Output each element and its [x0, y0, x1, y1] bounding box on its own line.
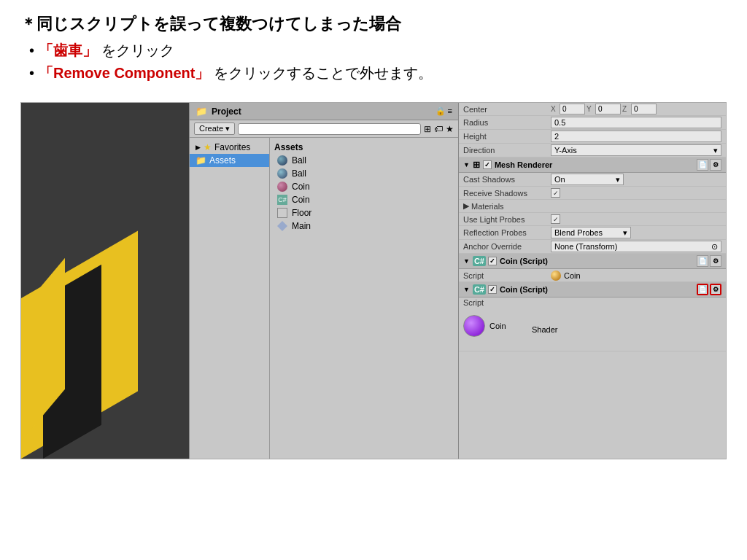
project-title: Project [212, 106, 241, 117]
scene-view [21, 103, 189, 459]
coin2-page-icon[interactable]: 📄 [697, 284, 708, 295]
coin-script1-header[interactable]: ▼ C# ✓ Coin (Script) 📄 ⚙ [459, 254, 726, 269]
floor-item[interactable]: Floor [270, 206, 458, 219]
mesh-renderer-label: Mesh Renderer [495, 160, 552, 169]
project-left: ▶ ★ Favorites 📁 Assets [190, 138, 270, 459]
direction-dropdown[interactable]: Y-Axis ▾ [551, 144, 721, 156]
xyz-row: X Y Z [551, 104, 657, 114]
favorites-item[interactable]: ▶ ★ Favorites [190, 141, 269, 154]
ball-item-2[interactable]: Ball [270, 167, 458, 180]
anchor-override-row: Anchor Override None (Transform) ⊙ [459, 240, 726, 254]
project-panel: 📁 Project 🔒 ≡ Create ▾ ⊞ 🏷 ★ ▶ ★ Favorit… [189, 103, 459, 459]
ball-item-1[interactable]: Ball [270, 154, 458, 167]
coin2-icon: C# [473, 284, 486, 295]
z-field[interactable] [631, 104, 657, 114]
coin-name-in-script: Coin [489, 322, 506, 330]
folder-icon: 📁 [196, 106, 207, 117]
coin1-checkbox[interactable]: ✓ [488, 257, 497, 265]
height-field[interactable] [551, 131, 721, 142]
mesh-page-icon[interactable]: 📄 [697, 159, 708, 171]
coin-item-2[interactable]: C# Coin [270, 193, 458, 206]
bullet-line-1: 「歯車」 をクリック [29, 41, 727, 61]
coin-script-ref-icon [551, 271, 561, 281]
direction-value: Y-Axis ▾ [551, 144, 721, 156]
center-row: Center X Y Z [459, 103, 726, 116]
cast-shadows-dropdown[interactable]: On ▾ [551, 174, 624, 185]
mesh-arrow: ▼ [463, 161, 470, 168]
coin-script-icon: C# [277, 195, 287, 205]
project-header: 📁 Project 🔒 ≡ [190, 103, 458, 120]
receive-shadows-checkbox[interactable]: ✓ [551, 188, 560, 198]
project-content: ▶ ★ Favorites 📁 Assets Assets Ball Ball [190, 138, 458, 459]
x-field[interactable] [560, 104, 585, 114]
toolbar-icon-2[interactable]: 🏷 [434, 124, 443, 134]
dropdown-arrow: ▾ [713, 144, 718, 156]
coin1-icon: C# [473, 256, 486, 266]
height-label: Height [463, 132, 551, 141]
anchor-circle-btn[interactable]: ⊙ [711, 241, 718, 252]
mesh-checkbox[interactable]: ✓ [483, 160, 492, 169]
script1-label: Script [463, 271, 551, 280]
coin1-page-icon[interactable]: 📄 [697, 255, 708, 267]
ball-icon-1 [277, 155, 287, 166]
reflection-arrow: ▾ [623, 227, 627, 238]
folder-icon-assets: 📁 [196, 155, 206, 166]
coin1-arrow: ▼ [463, 257, 470, 265]
mesh-gear-icon[interactable]: ⚙ [710, 159, 721, 171]
radius-field[interactable] [551, 117, 721, 128]
script1-row: Script Coin [459, 269, 726, 282]
coin2-gear-icon[interactable]: ⚙ [710, 284, 721, 295]
y-label: Y [587, 105, 594, 113]
coin-item-1[interactable]: Coin [270, 180, 458, 193]
search-input[interactable] [238, 123, 421, 135]
inspector-panel: Center X Y Z Radius Height [459, 103, 726, 459]
bullet1-red: 「歯車」 [39, 41, 97, 61]
anchor-override-value: None (Transform) ⊙ [551, 241, 721, 252]
reflection-probes-value: Blend Probes ▾ [551, 227, 721, 238]
toolbar-icon-1[interactable]: ⊞ [424, 124, 431, 134]
materials-row: ▶ Materials [459, 200, 726, 213]
anchor-override-label: Anchor Override [463, 242, 551, 251]
anchor-val: None (Transform) [554, 241, 617, 252]
mesh-renderer-icon: ⊞ [473, 160, 480, 170]
cast-val: On [554, 174, 565, 185]
coin2-icons: 📄 ⚙ [697, 284, 721, 295]
y-field[interactable] [595, 104, 621, 114]
create-button[interactable]: Create ▾ [194, 122, 235, 135]
bullet2-red: 「Remove Component」 [39, 63, 209, 83]
direction-label: Direction [463, 146, 551, 155]
script2-label: Script [463, 298, 551, 307]
shader-row: Shader [532, 325, 557, 334]
ball-label-2: Ball [292, 168, 306, 179]
script1-value: Coin [551, 271, 721, 281]
coin-script2-header[interactable]: ▼ C# ✓ Coin (Script) 📄 ⚙ [459, 282, 726, 298]
floor-label: Floor [292, 208, 311, 218]
coin2-arrow: ▼ [463, 286, 470, 293]
z-label: Z [622, 105, 630, 113]
coin1-gear-icon[interactable]: ⚙ [710, 255, 721, 267]
floor-icon [277, 208, 287, 218]
use-light-probes-value: ✓ [551, 214, 721, 224]
anchor-override-dropdown[interactable]: None (Transform) ⊙ [551, 241, 721, 252]
bullet2-black: をクリックすることで外せます。 [214, 63, 433, 83]
assets-item[interactable]: 📁 Assets [190, 154, 269, 167]
main-label: Main [292, 221, 311, 231]
center-label: Center [463, 105, 551, 114]
mesh-renderer-header[interactable]: ▼ ⊞ ✓ Mesh Renderer 📄 ⚙ [459, 158, 726, 173]
radius-label: Radius [463, 118, 551, 127]
coin-label-2: Coin [292, 195, 310, 205]
assets-header: Assets [270, 141, 458, 154]
coin-script2-label: Coin (Script) [500, 285, 548, 294]
project-toolbar: Create ▾ ⊞ 🏷 ★ [190, 120, 458, 138]
direction-row: Direction Y-Axis ▾ [459, 144, 726, 158]
reflection-probes-dropdown[interactable]: Blend Probes ▾ [551, 227, 631, 238]
assets-label: Assets [209, 155, 236, 166]
coin-ref-label: Coin [564, 271, 581, 280]
arrow-icon: ▶ [196, 144, 201, 151]
coin2-checkbox[interactable]: ✓ [488, 285, 497, 294]
star-icon: ★ [204, 142, 212, 152]
use-light-probes-checkbox[interactable]: ✓ [551, 214, 560, 224]
toolbar-icon-3[interactable]: ★ [446, 124, 454, 134]
bullet-line-2: 「Remove Component」 をクリックすることで外せます。 [29, 63, 727, 83]
main-item[interactable]: Main [270, 219, 458, 233]
